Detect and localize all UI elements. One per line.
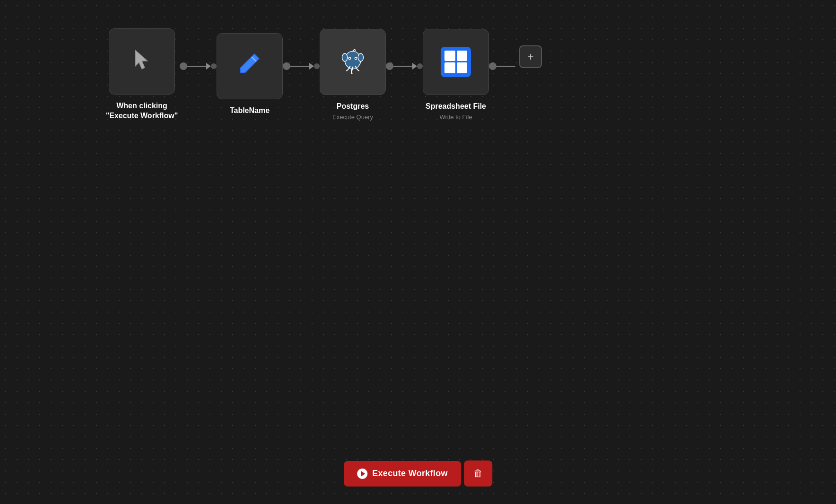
play-icon xyxy=(357,469,367,479)
connector-end-dot-3 xyxy=(417,63,423,69)
connector-line-2 xyxy=(290,66,309,67)
execute-workflow-label: Execute Workflow xyxy=(372,469,448,478)
node-trigger: When clicking "Execute Workflow" xyxy=(104,28,180,121)
connector-line-3 xyxy=(393,66,412,67)
nodes-container: When clicking "Execute Workflow" TableNa… xyxy=(104,28,542,121)
trigger-node-box[interactable] xyxy=(109,28,175,95)
postgres-node-sublabel: Execute Query xyxy=(332,113,373,121)
connector-dot-3 xyxy=(386,62,393,70)
connector-line-4 xyxy=(496,66,515,67)
connector-dot-4 xyxy=(489,62,496,70)
workflow-canvas: When clicking "Execute Workflow" TableNa… xyxy=(0,0,836,504)
plus-icon: + xyxy=(527,50,534,63)
bottom-toolbar: Execute Workflow 🗑 xyxy=(344,461,492,487)
postgres-node-label: Postgres xyxy=(337,102,369,112)
connector-2 xyxy=(283,62,320,70)
spreadsheet-node-box[interactable] xyxy=(423,29,489,95)
connector-4 xyxy=(489,62,515,70)
node-tablename: TableName xyxy=(217,33,283,116)
pencil-icon xyxy=(236,50,263,82)
trigger-node-label: When clicking "Execute Workflow" xyxy=(104,101,180,121)
tablename-node-box[interactable] xyxy=(217,33,283,99)
node-spreadsheet: Spreadsheet File Write to File xyxy=(423,29,489,121)
svg-point-1 xyxy=(342,53,348,61)
postgres-icon xyxy=(339,47,367,77)
svg-point-6 xyxy=(355,58,357,59)
connector-arrow-3 xyxy=(412,63,417,70)
connector-line-1 xyxy=(187,66,206,67)
node-postgres: Postgres Execute Query xyxy=(320,29,386,121)
connector-end-dot-2 xyxy=(314,63,320,69)
connector-arrow-1 xyxy=(206,63,211,70)
postgres-node-box[interactable] xyxy=(320,29,386,95)
tablename-node-label: TableName xyxy=(230,106,270,116)
delete-button[interactable]: 🗑 xyxy=(464,461,492,487)
cursor-icon xyxy=(129,46,155,77)
trash-icon: 🗑 xyxy=(473,468,483,479)
spreadsheet-cell-1 xyxy=(444,51,455,61)
spreadsheet-icon xyxy=(441,47,471,77)
spreadsheet-cell-4 xyxy=(457,62,468,73)
svg-point-0 xyxy=(345,51,361,69)
svg-point-2 xyxy=(358,53,363,61)
spreadsheet-cell-3 xyxy=(444,62,455,73)
execute-workflow-button[interactable]: Execute Workflow xyxy=(344,461,461,487)
connector-1 xyxy=(180,62,217,70)
connector-dot-1 xyxy=(180,62,187,70)
connector-3 xyxy=(386,62,423,70)
svg-point-5 xyxy=(349,58,350,59)
spreadsheet-node-sublabel: Write to File xyxy=(439,113,472,121)
connector-dot-2 xyxy=(283,62,290,70)
spreadsheet-cell-2 xyxy=(457,51,468,61)
connector-end-dot-1 xyxy=(211,63,217,69)
spreadsheet-node-label: Spreadsheet File xyxy=(426,102,486,112)
connector-arrow-2 xyxy=(309,63,314,70)
add-node-button[interactable]: + xyxy=(519,45,542,68)
